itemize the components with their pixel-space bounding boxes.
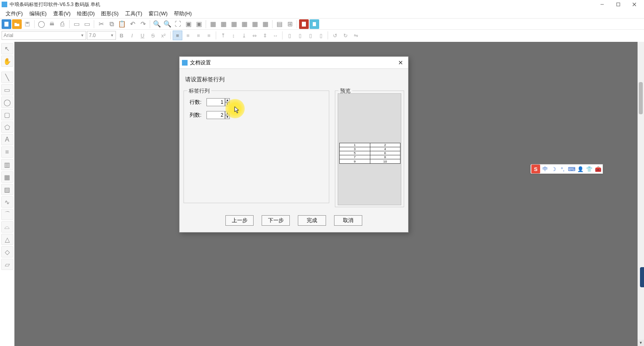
zoom-sel-icon[interactable]: ▣ <box>194 19 204 29</box>
obj-align3-icon[interactable]: ▯ <box>305 31 315 40</box>
flip-icon[interactable]: ⇋ <box>351 31 361 40</box>
obj-align1-icon[interactable]: ▯ <box>285 31 294 40</box>
valign-top-icon[interactable]: ⤒ <box>218 31 228 40</box>
font-name-combo[interactable]: Arial ▼ <box>2 31 86 40</box>
richtext-tool-icon[interactable]: ≡ <box>1 146 13 158</box>
parallelogram-tool-icon[interactable]: ▱ <box>1 259 13 270</box>
zoom-out-icon[interactable]: 🔍 <box>163 19 172 29</box>
strike-icon[interactable]: S <box>148 31 158 40</box>
new-document-icon[interactable] <box>2 19 11 29</box>
pdf-export-icon[interactable] <box>299 19 309 29</box>
align-left-icon[interactable]: ≡ <box>173 31 182 40</box>
menu-tool[interactable]: 工具(T) <box>122 9 146 18</box>
ellipse-tool-icon[interactable]: ◯ <box>1 97 13 108</box>
italic-icon[interactable]: I <box>127 31 137 40</box>
superscript-icon[interactable]: x² <box>159 31 168 40</box>
zoom-100-icon[interactable]: ▣ <box>184 19 193 29</box>
pointer-tool-icon[interactable]: ↖ <box>1 43 13 54</box>
dialog-titlebar[interactable]: 文档设置 ✕ <box>180 57 408 69</box>
paste-icon[interactable]: 📋 <box>117 19 127 29</box>
redo-icon[interactable]: ↷ <box>138 19 148 29</box>
bold-icon[interactable]: B <box>117 31 126 40</box>
cols-spin-down[interactable]: ▼ <box>225 115 230 119</box>
bring-front-icon[interactable]: ▦ <box>208 19 218 29</box>
save-icon[interactable] <box>23 19 32 29</box>
copy-icon[interactable]: ⧉ <box>107 19 116 29</box>
page-setup-icon[interactable]: ▭ <box>72 19 81 29</box>
curve-tool-icon[interactable]: ∿ <box>1 196 13 208</box>
print-preview-icon[interactable]: ◯ <box>37 19 46 29</box>
next-step-button[interactable]: 下一步 <box>262 215 290 226</box>
zoom-in-icon[interactable]: 🔍 <box>152 19 162 29</box>
ime-logo-icon[interactable]: S <box>531 165 540 173</box>
arc2-tool-icon[interactable]: ⌓ <box>1 221 13 233</box>
obj-align4-icon[interactable]: ▯ <box>316 31 326 40</box>
obj-align2-icon[interactable]: ▯ <box>295 31 305 40</box>
text-tool-icon[interactable]: A <box>1 134 13 145</box>
ime-punct-icon[interactable]: °, <box>559 165 567 173</box>
underline-icon[interactable]: U <box>138 31 147 40</box>
open-document-icon[interactable] <box>12 19 22 29</box>
undo-icon[interactable]: ↶ <box>128 19 137 29</box>
qrcode-tool-icon[interactable]: ▦ <box>1 171 13 183</box>
polygon-tool-icon[interactable]: ⬠ <box>1 122 13 133</box>
lock-icon[interactable]: ▦ <box>250 19 260 29</box>
menu-draw[interactable]: 绘图(D) <box>74 9 98 18</box>
menu-edit[interactable]: 编辑(E) <box>26 9 50 18</box>
ime-toolbox-icon[interactable]: 🧰 <box>594 165 602 173</box>
scroll-down-icon[interactable]: ▼ <box>638 340 644 346</box>
print-icon[interactable] <box>47 19 57 29</box>
rows-spin-up[interactable]: ▲ <box>225 98 230 102</box>
zoom-fit-icon[interactable]: ⛶ <box>173 19 183 29</box>
image-tool-icon[interactable]: ▨ <box>1 184 13 195</box>
finish-button[interactable]: 完成 <box>298 215 326 226</box>
valign-bot-icon[interactable]: ⤓ <box>239 31 249 40</box>
window-minimize-button[interactable] <box>594 0 610 9</box>
ime-person-icon[interactable]: 👤 <box>576 165 584 173</box>
roundrect-tool-icon[interactable]: ▢ <box>1 109 13 120</box>
align-right-icon[interactable]: ≡ <box>194 31 203 40</box>
window-close-button[interactable] <box>626 0 642 9</box>
diamond-tool-icon[interactable]: ◇ <box>1 246 13 257</box>
menu-help[interactable]: 帮助(H) <box>171 9 195 18</box>
print-setup-icon[interactable]: ⎙ <box>58 19 67 29</box>
valign-mid-icon[interactable]: ↕ <box>229 31 238 40</box>
arc-tool-icon[interactable]: ⌒ <box>1 209 13 220</box>
ime-skin-icon[interactable]: 👕 <box>585 165 593 173</box>
grid-icon[interactable]: ▤ <box>275 19 284 29</box>
scrollbar-thumb[interactable] <box>639 82 643 114</box>
rotate-right-icon[interactable]: ↻ <box>341 31 350 40</box>
cols-input[interactable] <box>206 111 225 119</box>
dialog-close-button[interactable]: ✕ <box>395 58 406 68</box>
ime-toolbar[interactable]: S 中 ☽ °, ⌨ 👤 👕 🧰 <box>530 164 603 174</box>
rows-spin-down[interactable]: ▼ <box>225 102 230 106</box>
menu-shape[interactable]: 图形(S) <box>98 9 122 18</box>
align-justify-icon[interactable]: ≡ <box>204 31 214 40</box>
menu-window[interactable]: 窗口(W) <box>145 9 171 18</box>
ime-keyboard-icon[interactable]: ⌨ <box>568 165 576 173</box>
rows-input[interactable] <box>206 98 225 106</box>
cancel-button[interactable]: 取消 <box>334 215 362 226</box>
vertical-scrollbar[interactable] <box>638 42 644 346</box>
cut-icon[interactable]: ✂ <box>96 19 106 29</box>
align-center-icon[interactable]: ≡ <box>183 31 193 40</box>
group-icon[interactable]: ▦ <box>229 19 239 29</box>
dist-v-icon[interactable]: ⇕ <box>260 31 270 40</box>
line-tool-icon[interactable]: ╲ <box>1 72 13 83</box>
ungroup-icon[interactable]: ▦ <box>239 19 249 29</box>
rect-tool-icon[interactable]: ▭ <box>1 84 13 95</box>
cols-spin-up[interactable]: ▲ <box>225 111 230 115</box>
menu-file[interactable]: 文件(F) <box>2 9 26 18</box>
prev-step-button[interactable]: 上一步 <box>225 215 254 226</box>
font-size-combo[interactable]: 7.0 ▼ <box>87 31 116 40</box>
send-back-icon[interactable]: ▦ <box>219 19 228 29</box>
ime-lang-button[interactable]: 中 <box>541 165 549 173</box>
dist-h-icon[interactable]: ⇔ <box>250 31 259 40</box>
calculator-icon[interactable] <box>310 19 319 29</box>
align-icon[interactable]: ▦ <box>260 19 270 29</box>
window-maximize-button[interactable] <box>610 0 626 9</box>
ime-moon-icon[interactable]: ☽ <box>550 165 558 173</box>
triangle-tool-icon[interactable]: △ <box>1 234 13 245</box>
hand-tool-icon[interactable]: ✋ <box>1 56 13 67</box>
side-panel-handle[interactable] <box>640 267 644 287</box>
